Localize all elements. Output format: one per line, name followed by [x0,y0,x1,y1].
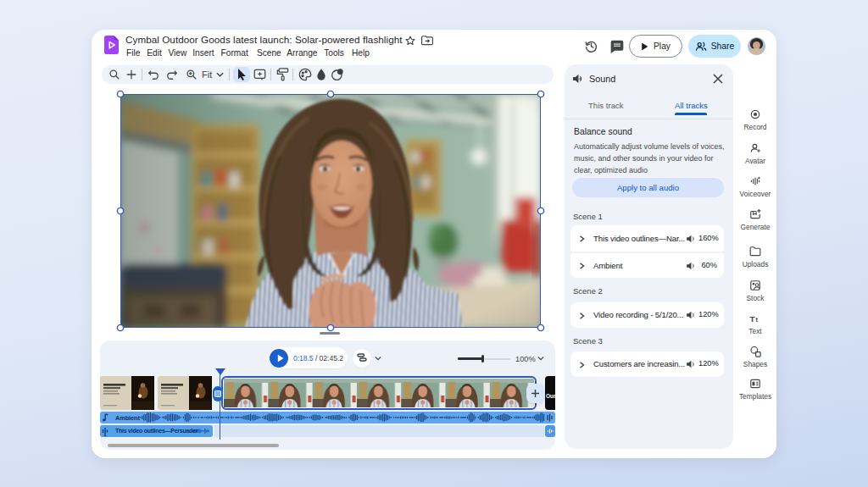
svg-text:T: T [750,314,755,324]
svg-text:t: t [756,316,759,324]
